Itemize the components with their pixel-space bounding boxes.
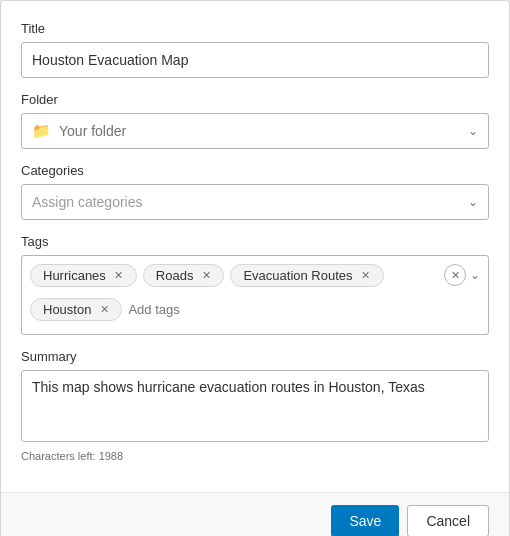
categories-field-group: Categories Assign categories ⌄ <box>21 163 489 220</box>
folder-chevron-icon: ⌄ <box>468 124 478 138</box>
save-button[interactable]: Save <box>331 505 399 536</box>
title-input[interactable] <box>21 42 489 78</box>
tags-label: Tags <box>21 234 489 249</box>
tag-houston-text: Houston <box>43 302 91 317</box>
categories-label: Categories <box>21 163 489 178</box>
tag-houston: Houston ✕ <box>30 298 122 321</box>
tags-clear-button[interactable]: ✕ <box>444 264 466 286</box>
folder-label: Folder <box>21 92 489 107</box>
tag-hurricanes-text: Hurricanes <box>43 268 106 283</box>
tag-hurricanes-remove[interactable]: ✕ <box>112 269 126 283</box>
tag-roads: Roads ✕ <box>143 264 225 287</box>
title-label: Title <box>21 21 489 36</box>
title-field-group: Title <box>21 21 489 78</box>
tags-field-group: Tags Hurricanes ✕ Roads ✕ Evacuation Rou… <box>21 234 489 335</box>
save-dialog: Title Folder 📁 Your folder ⌄ Categories … <box>0 0 510 536</box>
tag-evacuation-routes-text: Evacuation Routes <box>243 268 352 283</box>
dialog-footer: Save Cancel <box>1 492 509 536</box>
folder-field-group: Folder 📁 Your folder ⌄ <box>21 92 489 149</box>
cancel-button[interactable]: Cancel <box>407 505 489 536</box>
folder-value: Your folder <box>59 123 126 139</box>
tags-container: Hurricanes ✕ Roads ✕ Evacuation Routes ✕… <box>21 255 489 335</box>
tag-evacuation-routes-remove[interactable]: ✕ <box>359 269 373 283</box>
tag-roads-text: Roads <box>156 268 194 283</box>
categories-chevron-icon: ⌄ <box>468 195 478 209</box>
tag-evacuation-routes: Evacuation Routes ✕ <box>230 264 383 287</box>
add-tags-input[interactable] <box>128 302 296 317</box>
tags-chevron-icon[interactable]: ⌄ <box>470 268 480 282</box>
dialog-body: Title Folder 📁 Your folder ⌄ Categories … <box>1 1 509 492</box>
categories-placeholder: Assign categories <box>32 194 143 210</box>
folder-icon: 📁 <box>32 122 51 140</box>
tags-controls: ✕ ⌄ <box>444 264 480 286</box>
tag-houston-remove[interactable]: ✕ <box>97 303 111 317</box>
tags-row-two: Houston ✕ <box>30 298 480 321</box>
summary-field-group: Summary This map shows hurricane evacuat… <box>21 349 489 462</box>
tag-roads-remove[interactable]: ✕ <box>199 269 213 283</box>
summary-label: Summary <box>21 349 489 364</box>
chars-left: Characters left: 1988 <box>21 450 489 462</box>
folder-dropdown[interactable]: 📁 Your folder ⌄ <box>21 113 489 149</box>
tag-hurricanes: Hurricanes ✕ <box>30 264 137 287</box>
categories-dropdown[interactable]: Assign categories ⌄ <box>21 184 489 220</box>
summary-textarea[interactable]: This map shows hurricane evacuation rout… <box>21 370 489 442</box>
